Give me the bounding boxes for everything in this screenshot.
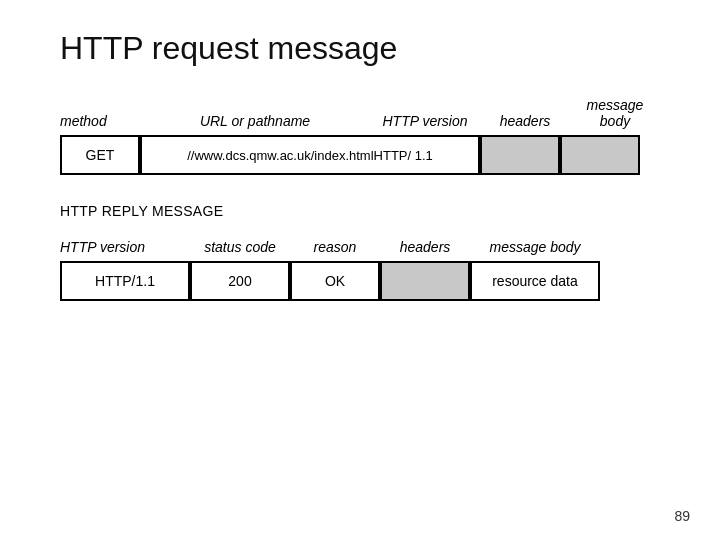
box-url-version: //www.dcs.qmw.ac.uk/index.htmlHTTP/ 1.1: [140, 135, 480, 175]
label-method: method: [60, 113, 140, 129]
request-labels-row: method URL or pathname HTTP version head…: [60, 97, 660, 129]
box-reason: OK: [290, 261, 380, 301]
label-reply-http-version: HTTP version: [60, 239, 190, 255]
reply-labels-row: HTTP version status code reason headers …: [60, 239, 660, 255]
box-status-code: 200: [190, 261, 290, 301]
box-message-body-reply: resource data: [470, 261, 600, 301]
label-status-code: status code: [190, 239, 290, 255]
box-method: GET: [60, 135, 140, 175]
label-message-body: message body: [570, 97, 660, 129]
reply-boxes-row: HTTP/1.1 200 OK resource data: [60, 261, 660, 301]
label-http-version: HTTP version: [370, 113, 480, 129]
page-title: HTTP request message: [60, 30, 660, 67]
label-reply-message-body: message body: [470, 239, 600, 255]
label-reason: reason: [290, 239, 380, 255]
request-section: method URL or pathname HTTP version head…: [60, 97, 660, 175]
page: HTTP request message method URL or pathn…: [0, 0, 720, 540]
label-url: URL or pathname: [140, 113, 370, 129]
label-headers: headers: [480, 113, 570, 129]
page-number: 89: [674, 508, 690, 524]
reply-section: HTTP version status code reason headers …: [60, 239, 660, 301]
label-reply-headers: headers: [380, 239, 470, 255]
reply-section-label: HTTP REPLY MESSAGE: [60, 203, 660, 219]
box-message-body-request: [560, 135, 640, 175]
request-boxes-row: GET //www.dcs.qmw.ac.uk/index.htmlHTTP/ …: [60, 135, 660, 175]
box-reply-http-version: HTTP/1.1: [60, 261, 190, 301]
box-headers-request: [480, 135, 560, 175]
box-headers-reply: [380, 261, 470, 301]
